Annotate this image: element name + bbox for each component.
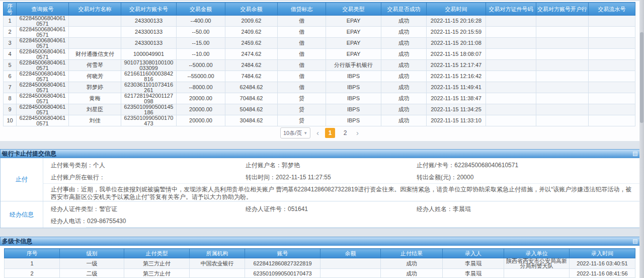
column-header: 所属机构 bbox=[190, 249, 245, 258]
table-cell: 一级 bbox=[60, 258, 124, 269]
column-header: 序号 bbox=[5, 249, 60, 258]
table-cell: 成功 bbox=[381, 27, 427, 38]
table-cell: 中国农业银行 bbox=[190, 258, 245, 269]
table-cell: 财付通微信支付 bbox=[69, 49, 121, 60]
collapse-icon[interactable] bbox=[633, 152, 637, 156]
column-header: 录入时间 bbox=[570, 249, 635, 258]
table-cell bbox=[589, 115, 635, 126]
table-cell: 6228450068040610571 bbox=[17, 27, 69, 38]
next-page-icon[interactable]: › bbox=[355, 128, 360, 138]
table-cell: IBPS bbox=[326, 93, 381, 104]
table-cell: 2484.62 bbox=[225, 60, 278, 71]
field-agent-phone: 经办人电话：029-86755430 bbox=[51, 217, 246, 226]
table-cell: IBPS bbox=[326, 104, 381, 115]
table-cell bbox=[486, 49, 536, 60]
table-cell: 6228450068040610571 bbox=[17, 82, 69, 93]
column-header: 交易对方证件号码 bbox=[486, 3, 536, 16]
table-cell: 2009.62 bbox=[225, 16, 278, 27]
table-cell: IBPS bbox=[326, 82, 381, 93]
collapse-icon[interactable] bbox=[633, 239, 637, 244]
table-row: 36228450068040610571243300133--15.002459… bbox=[4, 38, 635, 49]
table-cell bbox=[486, 104, 536, 115]
table-cell: 借 bbox=[278, 49, 326, 60]
table-cell: 7 bbox=[4, 82, 17, 93]
table-cell: 二级 bbox=[60, 269, 124, 278]
table-row: 56228450068040610571何雪琴90107130801001000… bbox=[4, 60, 635, 71]
table-cell: 李晨琨 bbox=[443, 258, 504, 269]
table-cell: IBPS bbox=[326, 71, 381, 82]
table-cell bbox=[486, 38, 536, 49]
table-cell: 第三方止付 bbox=[124, 269, 190, 278]
column-header: 录入人 bbox=[443, 249, 504, 258]
page-button-2[interactable]: 2 bbox=[340, 128, 350, 138]
table-cell: --15.00 bbox=[177, 38, 225, 49]
table-cell: 2022-11-15 20:11:08 bbox=[427, 38, 486, 49]
table-cell: 2022-11-15 20:15:59 bbox=[427, 27, 486, 38]
table-cell: 借 bbox=[278, 60, 326, 71]
multicard-table: 序号级别止付类型所属机构账号余额止付结果录入人录入单位录入时间 1一级第三方止付… bbox=[4, 248, 635, 278]
scrollbar-track[interactable] bbox=[639, 0, 644, 278]
column-header: 交易类型 bbox=[326, 3, 381, 16]
table-cell bbox=[486, 71, 536, 82]
table-cell: EPAY bbox=[326, 27, 381, 38]
table-cell: 2022-11-15 11:49:41 bbox=[427, 82, 486, 93]
table-row: 96228450068040610571刘星臣62350109905001451… bbox=[4, 104, 635, 115]
column-header: 级别 bbox=[60, 249, 124, 258]
table-cell: 成功 bbox=[381, 38, 427, 49]
table-cell: 6228450068040610571 bbox=[17, 71, 69, 82]
table-cell: 2022-11-15 11:38:47 bbox=[427, 93, 486, 104]
table-cell: EPAY bbox=[326, 16, 381, 27]
table-row: 106228450068040610571刘佳62350109905001704… bbox=[4, 115, 635, 126]
table-cell: 7484.62 bbox=[225, 71, 278, 82]
table-cell bbox=[589, 60, 635, 71]
column-header: 交易对方账卡号 bbox=[121, 3, 177, 16]
table-cell: 6228450068040610571 bbox=[17, 49, 69, 60]
table-cell: 2459.62 bbox=[225, 38, 278, 49]
table-cell: 2022-11-16 03:40:51 bbox=[570, 258, 635, 269]
column-header: 交易余额 bbox=[225, 3, 278, 16]
multicard-section-bar: 多级卡信息 bbox=[0, 237, 640, 246]
stop-payment-group: 止付 止付账号类别：个人 止付账户名：郭梦艳 止付账/卡号：6228450068… bbox=[1, 158, 639, 201]
table-cell: --5000.00 bbox=[177, 60, 225, 71]
table-cell: 6235010990500170473 bbox=[245, 269, 320, 278]
table-cell bbox=[589, 16, 635, 27]
table-cell: 2 bbox=[5, 269, 60, 278]
page-button-1[interactable]: 1 bbox=[325, 128, 335, 138]
table-cell bbox=[536, 16, 589, 27]
table-cell bbox=[486, 93, 536, 104]
table-cell: 2022-11-16 08:41:56 bbox=[570, 269, 635, 278]
table-cell bbox=[190, 269, 245, 278]
table-cell: 贷 bbox=[278, 93, 326, 104]
table-cell: 借 bbox=[278, 71, 326, 82]
table-cell: 成功 bbox=[381, 93, 427, 104]
field-transfer-time: 转出时间：2022-11-15 11:27:55 bbox=[246, 173, 417, 182]
table-cell bbox=[486, 82, 536, 93]
table-cell: 借 bbox=[278, 16, 326, 27]
table-cell bbox=[589, 49, 635, 60]
column-header: 止付结果 bbox=[381, 249, 443, 258]
table-cell bbox=[504, 269, 570, 278]
scrollbar-thumb[interactable] bbox=[640, 32, 643, 123]
table-cell: 243300133 bbox=[121, 38, 177, 49]
table-cell: 70484.62 bbox=[225, 93, 278, 104]
table-cell: 成功 bbox=[381, 115, 427, 126]
prev-page-icon[interactable]: ‹ bbox=[315, 128, 320, 138]
column-header: 录入单位 bbox=[504, 249, 570, 258]
table-cell: 成功 bbox=[381, 258, 443, 269]
table-cell: 6228450068040610571 bbox=[17, 93, 69, 104]
field-reason: 止付事由：近期，我单位在接报刘妮被骗警情中，发现涉案人员利用贵单位相关账户 曹鸿… bbox=[43, 183, 639, 202]
agent-info-group: 经办信息 经办人证件类型：警官证 经办人证件号：051641 经办人姓名：李晨琨… bbox=[1, 201, 639, 228]
table-cell: 何雪琴 bbox=[69, 60, 121, 71]
table-cell: 2022-11-15 20:16:28 bbox=[427, 16, 486, 27]
table-cell bbox=[536, 60, 589, 71]
table-cell: --8000.00 bbox=[177, 82, 225, 93]
column-header: 交易金额 bbox=[177, 3, 225, 16]
table-cell: 6228450068040610571 bbox=[17, 115, 69, 126]
field-account-type: 止付账号类别：个人 bbox=[51, 161, 246, 170]
transaction-panel: 序号查询账号交易对方名称交易对方账卡号交易金额交易余额借贷标志交易类型交易是否成… bbox=[0, 1, 640, 141]
table-cell: 1000049901 bbox=[121, 49, 177, 60]
table-cell: 李晨琨 bbox=[443, 269, 504, 278]
page-size-select[interactable]: 10条/页 ▼ bbox=[280, 127, 310, 138]
table-cell: 6216611600003842816 bbox=[121, 71, 177, 82]
table-cell: 6228450068040610571 bbox=[17, 16, 69, 27]
